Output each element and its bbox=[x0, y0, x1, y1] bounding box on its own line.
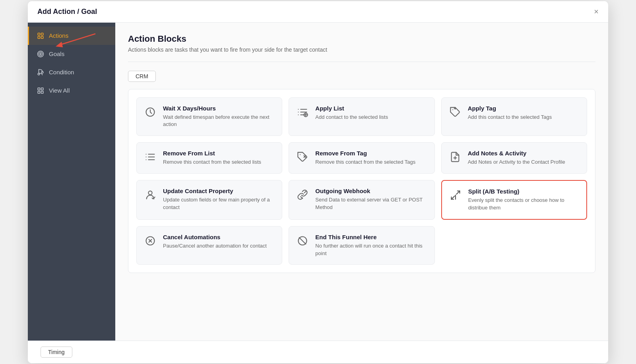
card-outgoing-webhook-text: Outgoing Webhook Send Data to external s… bbox=[315, 188, 428, 211]
card-end-funnel-text: End This Funnel Here No further action w… bbox=[315, 234, 428, 258]
card-end-funnel-title: End This Funnel Here bbox=[315, 234, 428, 240]
modal: Add Action / Goal × Actions bbox=[28, 1, 608, 363]
main-content: Action Blocks Actions blocks are tasks t… bbox=[115, 23, 608, 341]
clock-icon bbox=[143, 105, 157, 119]
card-split-ab-title: Split (A/B Testing) bbox=[468, 188, 580, 195]
card-update-contact[interactable]: Update Contact Property Update custom fi… bbox=[136, 180, 282, 220]
card-remove-tag-text: Remove From Tag Remove this contact from… bbox=[315, 150, 428, 166]
tag-x-icon bbox=[295, 150, 310, 164]
svg-rect-3 bbox=[41, 33, 43, 35]
card-add-notes-desc: Add Notes or Activity to the Contact Pro… bbox=[468, 159, 580, 166]
section-title: Action Blocks bbox=[128, 34, 595, 44]
card-apply-list-text: Apply List Add contact to the selected l… bbox=[315, 105, 428, 121]
list-minus-icon bbox=[143, 150, 157, 164]
card-wait-title: Wait X Days/Hours bbox=[163, 105, 275, 112]
card-add-notes-text: Add Notes & Activity Add Notes or Activi… bbox=[468, 150, 580, 166]
card-remove-list-text: Remove From List Remove this contact fro… bbox=[163, 150, 275, 166]
end-funnel-icon bbox=[295, 234, 310, 248]
card-wait-text: Wait X Days/Hours Wait defined timespan … bbox=[163, 105, 275, 129]
card-apply-list-desc: Add contact to the selected lists bbox=[315, 114, 428, 121]
modal-title: Add Action / Goal bbox=[37, 8, 97, 16]
sidebar-item-condition[interactable]: Condition bbox=[28, 63, 115, 81]
webhook-icon bbox=[295, 188, 310, 202]
svg-point-7 bbox=[39, 52, 43, 56]
card-outgoing-webhook[interactable]: Outgoing Webhook Send Data to external s… bbox=[289, 180, 434, 220]
svg-line-45 bbox=[299, 237, 306, 244]
svg-line-39 bbox=[304, 191, 306, 193]
card-apply-tag-title: Apply Tag bbox=[468, 105, 580, 112]
card-cancel-automations-title: Cancel Automations bbox=[163, 234, 275, 240]
card-apply-list-title: Apply List bbox=[315, 105, 428, 112]
card-split-ab[interactable]: Split (A/B Testing) Evenly split the con… bbox=[441, 180, 587, 220]
sidebar: Actions Goals Condition bbox=[28, 23, 115, 341]
crm-tab[interactable]: CRM bbox=[128, 71, 156, 82]
card-cancel-automations-desc: Pause/Cancel another automation for cont… bbox=[163, 242, 275, 250]
target-icon bbox=[37, 50, 45, 58]
cards-grid: Wait X Days/Hours Wait defined timespan … bbox=[136, 97, 587, 265]
sidebar-item-view-all-label: View All bbox=[49, 87, 70, 94]
sidebar-item-goals-label: Goals bbox=[49, 50, 64, 57]
card-add-notes-title: Add Notes & Activity bbox=[468, 150, 580, 157]
sidebar-item-actions[interactable]: Actions bbox=[28, 27, 115, 45]
card-outgoing-webhook-title: Outgoing Webhook bbox=[315, 188, 428, 194]
svg-rect-2 bbox=[38, 33, 40, 35]
card-outgoing-webhook-desc: Send Data to external server via GET or … bbox=[315, 196, 428, 211]
card-update-contact-text: Update Contact Property Update custom fi… bbox=[163, 188, 275, 211]
card-cancel-automations[interactable]: Cancel Automations Pause/Cancel another … bbox=[136, 226, 282, 265]
card-end-funnel[interactable]: End This Funnel Here No further action w… bbox=[289, 226, 434, 265]
svg-rect-10 bbox=[41, 88, 43, 90]
branch-icon bbox=[37, 69, 45, 76]
svg-line-38 bbox=[301, 197, 303, 199]
svg-rect-4 bbox=[38, 36, 40, 38]
card-remove-list-desc: Remove this contact from the selected li… bbox=[163, 159, 275, 166]
cards-container: Wait X Days/Hours Wait defined timespan … bbox=[128, 89, 595, 273]
sidebar-item-view-all[interactable]: View All bbox=[28, 81, 115, 100]
bottom-bar: Timing bbox=[28, 341, 608, 363]
card-apply-list[interactable]: Apply List Add contact to the selected l… bbox=[289, 97, 434, 136]
cancel-icon bbox=[143, 234, 157, 248]
sidebar-item-goals[interactable]: Goals bbox=[28, 45, 115, 63]
divider bbox=[128, 62, 595, 62]
card-add-notes[interactable]: Add Notes & Activity Add Notes or Activi… bbox=[441, 142, 587, 174]
sidebar-item-condition-label: Condition bbox=[49, 69, 74, 76]
bookmark-icon bbox=[37, 32, 45, 39]
notes-icon bbox=[448, 150, 462, 164]
card-split-ab-text: Split (A/B Testing) Evenly split the con… bbox=[468, 188, 580, 212]
card-remove-list[interactable]: Remove From List Remove this contact fro… bbox=[136, 142, 282, 174]
card-update-contact-desc: Update custom fields or few main propert… bbox=[163, 196, 275, 211]
svg-rect-5 bbox=[41, 36, 43, 38]
contact-edit-icon bbox=[143, 188, 157, 202]
tag-icon bbox=[448, 105, 462, 119]
sidebar-item-actions-label: Actions bbox=[49, 32, 68, 39]
svg-rect-12 bbox=[41, 91, 43, 93]
svg-rect-11 bbox=[38, 91, 40, 93]
section-desc: Actions blocks are tasks that you want t… bbox=[128, 46, 595, 53]
card-split-ab-desc: Evenly split the contacts or choose how … bbox=[468, 197, 580, 212]
split-icon bbox=[448, 188, 463, 202]
grid-icon bbox=[37, 87, 45, 94]
svg-rect-9 bbox=[38, 88, 40, 90]
card-remove-tag[interactable]: Remove From Tag Remove this contact from… bbox=[289, 142, 434, 174]
card-cancel-automations-text: Cancel Automations Pause/Cancel another … bbox=[163, 234, 275, 250]
modal-body: Actions Goals Condition bbox=[28, 23, 608, 341]
close-button[interactable]: × bbox=[594, 8, 599, 15]
svg-point-37 bbox=[148, 191, 152, 195]
svg-point-8 bbox=[40, 53, 41, 54]
card-remove-tag-desc: Remove this contact from the selected Ta… bbox=[315, 159, 428, 166]
modal-header: Add Action / Goal × bbox=[28, 1, 608, 23]
card-apply-tag-desc: Add this contact to the selected Tags bbox=[468, 114, 580, 121]
card-wait[interactable]: Wait X Days/Hours Wait defined timespan … bbox=[136, 97, 282, 136]
card-remove-tag-title: Remove From Tag bbox=[315, 150, 428, 157]
card-apply-tag[interactable]: Apply Tag Add this contact to the select… bbox=[441, 97, 587, 136]
list-plus-icon bbox=[295, 105, 310, 119]
card-wait-desc: Wait defined timespan before execute the… bbox=[163, 114, 275, 129]
timing-tab[interactable]: Timing bbox=[41, 347, 72, 358]
card-apply-tag-text: Apply Tag Add this contact to the select… bbox=[468, 105, 580, 121]
card-end-funnel-desc: No further action will run once a contac… bbox=[315, 242, 428, 258]
card-remove-list-title: Remove From List bbox=[163, 150, 275, 157]
card-update-contact-title: Update Contact Property bbox=[163, 188, 275, 194]
